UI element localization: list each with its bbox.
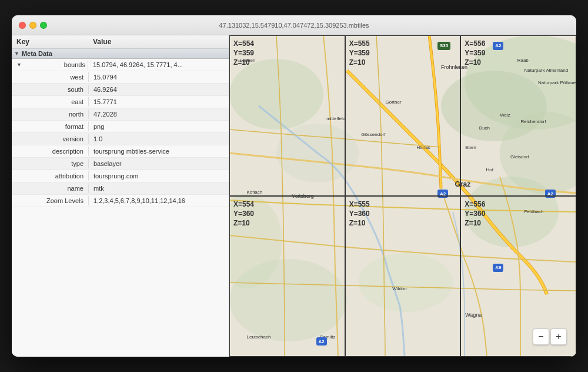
- left-panel: Key Value ▼ Meta Data ▼ bounds 15.0794, …: [12, 35, 229, 357]
- tile-z-554-359: Z=10: [233, 58, 341, 67]
- cell-key-west: west: [12, 72, 88, 82]
- tile-y-554-360: Y=360: [233, 210, 341, 218]
- tile-y-555-359: Y=359: [349, 49, 457, 57]
- cell-val-version: 1.0: [88, 134, 229, 144]
- cell-val-east: 15.7771: [88, 97, 229, 107]
- cell-val-attribution: toursprung.com: [88, 171, 229, 181]
- tile-z-554-360: Z=10: [233, 219, 341, 227]
- tile-z-556-359: Z=10: [465, 58, 572, 67]
- table-row-south: south 46.9264: [12, 84, 229, 96]
- table-body: ▼ Meta Data ▼ bounds 15.0794, 46.9264, 1…: [12, 49, 229, 357]
- cell-key-version: version: [12, 134, 88, 144]
- cell-val-south: 46.9264: [88, 85, 229, 94]
- section-title: Meta Data: [22, 50, 52, 57]
- cell-val-west: 15.0794: [88, 72, 229, 82]
- table-row-north: north 47.2028: [12, 108, 229, 121]
- cell-val-name: mtk: [88, 184, 229, 193]
- tile-z-555-359: Z=10: [349, 58, 457, 67]
- table-row-east: east 15.7771: [12, 96, 229, 108]
- triangle-icon: ▼: [14, 51, 19, 57]
- tile-554-359: X=554 Y=359 Z=10: [229, 35, 345, 196]
- cell-key-bounds: bounds: [24, 60, 88, 69]
- section-header-meta: ▼ Meta Data: [12, 49, 229, 59]
- cell-key-name: name: [12, 184, 88, 193]
- minimize-button[interactable]: [29, 22, 36, 29]
- tile-grid: X=554 Y=359 Z=10 X=555 Y=359 Z=10 X=556 …: [229, 35, 576, 357]
- cell-key-attribution: attribution: [12, 171, 88, 181]
- cell-val-format: png: [88, 122, 229, 131]
- col-val-header: Value: [93, 38, 224, 46]
- tile-x-555-360: X=555: [349, 200, 457, 208]
- tile-x-556-360: X=556: [465, 200, 572, 208]
- cell-key-format: format: [12, 122, 88, 131]
- tile-556-359: X=556 Y=359 Z=10: [460, 35, 576, 196]
- tile-z-556-360: Z=10: [465, 219, 572, 227]
- table-header: Key Value: [12, 35, 229, 49]
- table-row-version: version 1.0: [12, 133, 229, 145]
- tile-y-556-359: Y=359: [465, 49, 572, 57]
- table-row-description: description toursprung mbtiles-service: [12, 145, 229, 158]
- tile-x-555-359: X=555: [349, 39, 457, 48]
- map-panel[interactable]: Frohnleiten Graz Wagna Feldbach Voitsber…: [229, 35, 576, 357]
- cell-key-north: north: [12, 109, 88, 119]
- tile-555-359: X=555 Y=359 Z=10: [345, 35, 461, 196]
- tile-x-556-359: X=556: [465, 39, 572, 48]
- col-key-header: Key: [16, 38, 93, 46]
- table-row-west: west 15.0794: [12, 71, 229, 84]
- tile-555-360: X=555 Y=360 Z=10: [345, 196, 461, 357]
- table-row-name: name mtk: [12, 182, 229, 195]
- table-row-attribution: attribution toursprung.com: [12, 170, 229, 182]
- tile-x-554-359: X=554: [233, 39, 341, 48]
- bounds-triangle-icon: ▼: [16, 62, 22, 68]
- cell-key-type: type: [12, 159, 88, 168]
- table-row-type: type baselayer: [12, 158, 229, 170]
- titlebar: 47.131032,15.547910,47.047472,15.309253.…: [12, 15, 576, 35]
- table-row-zoom: Zoom Levels 1,2,3,4,5,6,7,8,9,10,11,12,1…: [12, 195, 229, 207]
- cell-val-zoom: 1,2,3,4,5,6,7,8,9,10,11,12,14,16: [88, 196, 229, 205]
- cell-key-south: south: [12, 85, 88, 94]
- tile-y-556-360: Y=360: [465, 210, 572, 218]
- cell-key-zoom: Zoom Levels: [12, 196, 88, 205]
- tile-z-555-360: Z=10: [349, 219, 457, 227]
- cell-key-description: description: [12, 147, 88, 156]
- zoom-controls: − +: [533, 328, 567, 345]
- tile-y-555-360: Y=360: [349, 210, 457, 218]
- maximize-button[interactable]: [40, 22, 47, 29]
- cell-val-bounds: 15.0794, 46.9264, 15.7771, 4...: [88, 60, 229, 69]
- tile-554-360: X=554 Y=360 Z=10: [229, 196, 345, 357]
- cell-val-type: baselayer: [88, 159, 229, 168]
- cell-val-description: toursprung mbtiles-service: [88, 147, 229, 156]
- tile-y-554-359: Y=359: [233, 49, 341, 57]
- table-row-bounds: ▼ bounds 15.0794, 46.9264, 15.7771, 4...: [12, 59, 229, 71]
- table-row-format: format png: [12, 121, 229, 133]
- main-window: 47.131032,15.547910,47.047472,15.309253.…: [12, 15, 576, 357]
- zoom-out-button[interactable]: −: [533, 328, 549, 345]
- cell-val-north: 47.2028: [88, 109, 229, 119]
- close-button[interactable]: [19, 22, 26, 29]
- zoom-in-button[interactable]: +: [550, 328, 567, 345]
- tile-x-554-360: X=554: [233, 200, 341, 208]
- traffic-lights: [19, 22, 47, 29]
- window-title: 47.131032,15.547910,47.047472,15.309253.…: [219, 22, 369, 29]
- cell-key-east: east: [12, 97, 88, 107]
- content-area: Key Value ▼ Meta Data ▼ bounds 15.0794, …: [12, 35, 576, 357]
